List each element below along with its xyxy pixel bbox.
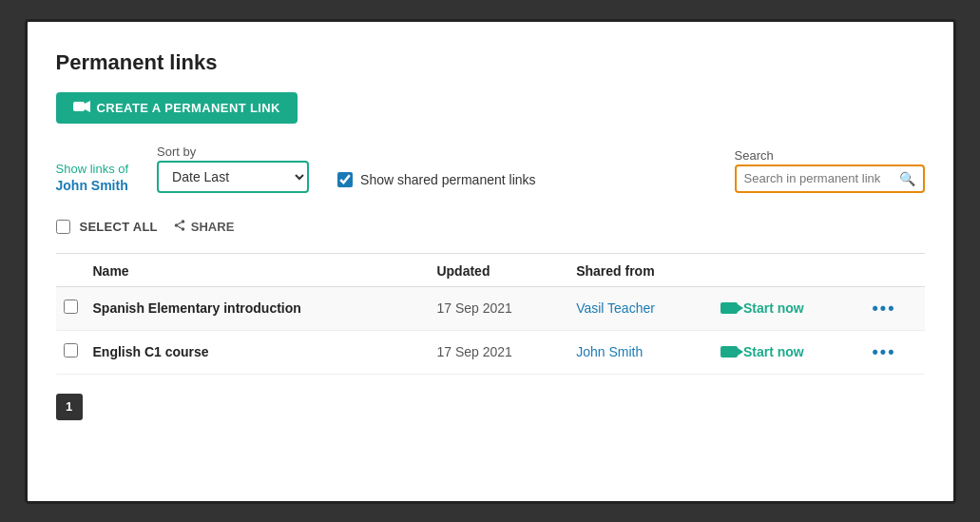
row-name-1: English C1 course (86, 330, 430, 374)
svg-line-5 (178, 225, 182, 227)
page-title: Permanent links (56, 50, 925, 75)
row-checkbox-cell (56, 330, 86, 374)
svg-rect-0 (73, 102, 85, 111)
cam-icon-1 (721, 346, 738, 358)
search-input[interactable] (744, 171, 899, 185)
sort-select[interactable]: Date Last Date First Name A-Z Name Z-A (157, 161, 309, 193)
pagination: 1 (56, 394, 925, 420)
select-all-label[interactable]: SELECT ALL (80, 220, 158, 234)
create-permanent-link-button[interactable]: CREATE A PERMANENT LINK (56, 92, 298, 124)
search-icon: 🔍 (899, 171, 915, 186)
table-row: English C1 course 17 Sep 2021 John Smith… (56, 330, 925, 374)
start-now-button-1[interactable]: Start now (721, 344, 804, 359)
row-updated-1: 17 Sep 2021 (429, 330, 568, 374)
links-table: Name Updated Shared from Spanish Element… (56, 254, 925, 375)
row-updated-0: 17 Sep 2021 (429, 286, 568, 330)
row-start-now-cell-0: Start now (713, 286, 865, 330)
main-window: Permanent links CREATE A PERMANENT LINK … (25, 19, 956, 504)
row-start-now-cell-1: Start now (713, 330, 865, 374)
col-actions (713, 254, 865, 287)
row-more-cell-0: ••• (865, 286, 925, 330)
shared-check-label: Show shared permanent links (360, 172, 535, 187)
search-block: Search 🔍 (735, 148, 925, 193)
svg-point-3 (175, 223, 179, 227)
create-button-label: CREATE A PERMANENT LINK (97, 101, 280, 115)
select-all-checkbox[interactable] (56, 220, 70, 234)
cam-icon-0 (721, 302, 738, 314)
start-now-label-0: Start now (743, 300, 804, 316)
row-shared-from-0: Vasil Teacher (568, 286, 713, 330)
table-row: Spanish Elementary introduction 17 Sep 2… (56, 286, 925, 330)
col-shared-from: Shared from (568, 254, 713, 287)
show-links-block: Show links of John Smith (56, 162, 129, 193)
share-button[interactable]: SHARE (167, 216, 240, 238)
col-name: Name (86, 254, 430, 287)
search-label: Search (735, 148, 925, 163)
svg-marker-1 (85, 101, 90, 112)
more-options-button-1[interactable]: ••• (873, 342, 896, 361)
svg-point-2 (182, 220, 185, 223)
col-updated: Updated (429, 254, 568, 287)
sort-block: Sort by Date Last Date First Name A-Z Na… (157, 145, 309, 193)
col-checkbox (56, 254, 86, 287)
table-header-row: Name Updated Shared from (56, 254, 925, 287)
page-1-button[interactable]: 1 (56, 394, 83, 420)
start-now-button-0[interactable]: Start now (721, 300, 804, 316)
show-links-user[interactable]: John Smith (56, 178, 129, 193)
row-more-cell-1: ••• (865, 330, 925, 374)
select-all-row: SELECT ALL SHARE (56, 210, 925, 243)
camera-icon (73, 101, 90, 115)
shared-check-block: Show shared permanent links (337, 172, 535, 193)
row-checkbox-cell (56, 286, 86, 330)
show-shared-checkbox[interactable] (337, 172, 353, 187)
col-more (865, 254, 925, 287)
start-now-label-1: Start now (743, 344, 804, 359)
svg-line-6 (178, 222, 182, 223)
row-shared-from-1: John Smith (568, 330, 713, 374)
row-name-0: Spanish Elementary introduction (86, 286, 430, 330)
controls-row: Show links of John Smith Sort by Date La… (56, 145, 925, 193)
sort-label: Sort by (157, 145, 309, 159)
share-button-label: SHARE (191, 220, 235, 234)
share-icon (173, 219, 186, 235)
more-options-button-0[interactable]: ••• (873, 299, 896, 318)
row-checkbox-0[interactable] (64, 300, 78, 314)
show-links-label: Show links of (56, 162, 129, 176)
svg-point-4 (182, 227, 185, 231)
search-input-wrap: 🔍 (735, 164, 925, 193)
row-checkbox-1[interactable] (64, 343, 78, 358)
